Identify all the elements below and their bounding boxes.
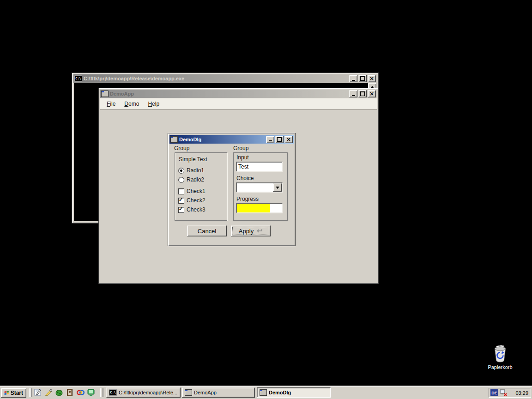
simple-text-label: Simple Text (179, 156, 207, 163)
quicklaunch-book-icon[interactable] (65, 388, 74, 397)
minimize-button[interactable] (266, 136, 274, 143)
radio-indicator (178, 177, 184, 183)
checkbox-check1[interactable]: ✓ Check1 (178, 187, 206, 195)
apply-button[interactable]: Apply (231, 225, 271, 236)
task-demoapp-button[interactable]: DemoApp (182, 387, 255, 398)
left-groupbox: Simple Text Radio1 Radio2 ✓ Check1 ✓ Che… (175, 152, 227, 221)
checkbox-check3[interactable]: ✓ Check3 (178, 206, 206, 213)
cancel-button[interactable]: Cancel (187, 225, 227, 236)
quicklaunch-terminal-icon[interactable] (86, 388, 96, 397)
maximize-button[interactable] (358, 90, 367, 97)
network-disconnected-icon[interactable] (500, 389, 508, 396)
checkbox-label: Check2 (187, 197, 206, 204)
close-button[interactable]: × (368, 90, 376, 97)
task-label: DemoApp (194, 390, 217, 395)
minimize-button[interactable] (349, 75, 357, 82)
checkbox-label: Check3 (187, 206, 206, 213)
quicklaunch-loops-icon[interactable] (76, 388, 85, 397)
language-indicator[interactable]: DE (490, 389, 498, 396)
radio-label: Radio1 (187, 167, 204, 174)
menu-file[interactable]: File (105, 99, 120, 109)
recycle-bin-label: Papierkorb (483, 364, 518, 370)
recycle-bin-icon (492, 345, 508, 363)
right-group-label: Group (233, 145, 248, 151)
demodlg-dialog: DemoDlg × Group Simple Text Radio1 Radio… (168, 133, 296, 246)
window-icon (185, 389, 192, 396)
progress-bar (236, 203, 283, 213)
quicklaunch-paint-icon[interactable] (44, 388, 53, 397)
demoapp-titlebar[interactable]: DemoApp × (100, 90, 377, 98)
system-tray: DE 03:29 (489, 388, 531, 398)
menubar: File Demo Help (100, 98, 377, 110)
close-button[interactable]: × (284, 136, 293, 143)
demoapp-title: DemoApp (110, 91, 134, 97)
choice-label: Choice (236, 175, 254, 181)
console-icon: C:\ (109, 389, 117, 396)
demodlg-title: DemoDlg (179, 137, 201, 142)
console-title: C:\fltk\prj\demoapp\Release\demoapp.exe (84, 76, 184, 81)
clock[interactable]: 03:29 (515, 390, 529, 396)
quicklaunch-notes-icon[interactable] (33, 388, 42, 397)
checkbox-indicator: ✓ (178, 207, 184, 213)
start-label: Start (11, 390, 23, 396)
return-key-icon (256, 229, 263, 234)
radio-indicator (178, 168, 184, 174)
checkbox-label: Check1 (187, 188, 206, 194)
task-demodlg-button[interactable]: DemoDlg (257, 387, 331, 398)
input-label: Input (236, 154, 249, 161)
console-titlebar[interactable]: C:\ C:\fltk\prj\demoapp\Release\demoapp.… (73, 74, 377, 83)
window-icon (260, 389, 267, 396)
left-group-label: Group (174, 145, 189, 151)
right-groupbox: Input Choice Progress (233, 152, 288, 221)
taskbar-handle[interactable] (100, 388, 103, 397)
maximize-button[interactable] (275, 136, 284, 143)
progress-label: Progress (236, 196, 259, 202)
checkbox-check2[interactable]: ✓ Check2 (178, 197, 206, 204)
menu-demo[interactable]: Demo (122, 99, 143, 109)
close-button[interactable]: × (368, 75, 376, 82)
task-label: C:\fltk\prj\demoapp\Rele... (119, 390, 177, 395)
quicklaunch-bug-icon[interactable] (54, 388, 64, 397)
input-field[interactable] (236, 162, 283, 172)
menu-help[interactable]: Help (146, 99, 163, 109)
minimize-button[interactable] (349, 90, 357, 97)
radio-radio2[interactable]: Radio2 (178, 176, 204, 183)
start-button[interactable]: Start (1, 388, 26, 398)
task-label: DemoDlg (269, 390, 291, 395)
taskbar-handle[interactable] (29, 388, 32, 397)
windows-logo-icon (4, 390, 9, 396)
recycle-bin-desktop-icon[interactable]: Papierkorb (483, 345, 518, 370)
chevron-down-icon[interactable] (273, 183, 282, 192)
maximize-button[interactable] (358, 75, 367, 82)
radio-radio1[interactable]: Radio1 (178, 167, 204, 174)
choice-dropdown[interactable] (236, 182, 283, 193)
apply-label: Apply (239, 228, 254, 235)
checkbox-indicator: ✓ (178, 188, 184, 194)
window-icon (170, 136, 178, 143)
radio-label: Radio2 (187, 176, 204, 183)
demodlg-titlebar[interactable]: DemoDlg × (169, 135, 294, 144)
window-icon (101, 91, 109, 97)
console-icon: C:\ (74, 75, 82, 82)
progress-fill (237, 204, 270, 212)
cancel-label: Cancel (198, 228, 216, 235)
task-console-button[interactable]: C:\ C:\fltk\prj\demoapp\Rele... (106, 387, 181, 398)
checkbox-indicator: ✓ (178, 198, 184, 204)
taskbar: Start (0, 386, 532, 399)
